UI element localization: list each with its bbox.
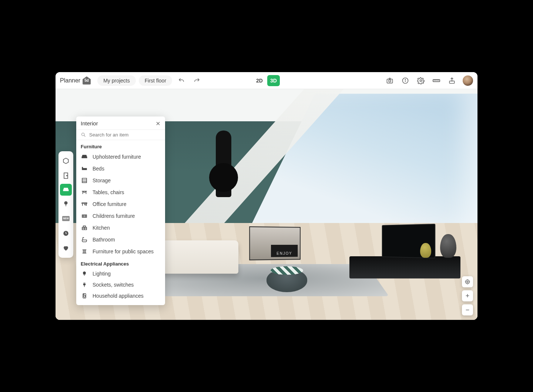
redo-button[interactable] (191, 74, 203, 87)
catalog-item-label: Tables, chairs (93, 189, 124, 195)
undo-button[interactable] (175, 74, 188, 87)
my-projects-button[interactable]: My projects (97, 75, 136, 86)
ruler-button[interactable] (430, 74, 443, 87)
catalog-item-sockets[interactable]: Sockets, switches (76, 279, 165, 290)
crosshair-icon (465, 279, 470, 285)
canvas-3d[interactable]: NEW Interior Furniture (56, 89, 477, 320)
brand-logo-icon: 5d (83, 77, 91, 85)
svg-rect-41 (83, 226, 86, 227)
desk-icon (81, 201, 88, 207)
table-icon (81, 189, 88, 196)
catalog-item-storage[interactable]: Storage (76, 175, 165, 186)
camera-icon (386, 77, 393, 84)
share-button[interactable] (446, 74, 458, 87)
catalog-item-upholstered[interactable]: Upholstered furniture (76, 151, 165, 163)
svg-point-5 (420, 80, 422, 81)
share-icon (448, 77, 456, 84)
svg-rect-15 (66, 205, 66, 206)
catalog-panel: Interior Furniture Upholstered furniture… (76, 116, 165, 305)
svg-point-4 (405, 79, 405, 80)
panel-search (76, 130, 165, 140)
tool-new[interactable]: NEW (58, 211, 73, 226)
tool-recent[interactable] (58, 226, 73, 241)
svg-point-21 (82, 133, 85, 136)
catalog-item-childrens[interactable]: Childrens furniture (76, 210, 165, 222)
catalog-item-label: Upholstered furniture (93, 154, 141, 160)
catalog-item-lighting[interactable]: Lighting (76, 268, 165, 279)
plus-icon: + (466, 292, 470, 300)
sofa-icon (81, 153, 88, 160)
floor-selector[interactable]: First floor (139, 75, 172, 86)
sofa-icon (63, 186, 69, 193)
tool-interior[interactable] (60, 184, 72, 196)
tool-rooms[interactable] (58, 153, 73, 168)
svg-point-51 (466, 280, 470, 284)
svg-point-50 (467, 281, 468, 283)
avatar[interactable] (463, 75, 473, 86)
bed-icon (81, 165, 88, 172)
tool-construction[interactable] (58, 168, 73, 183)
heart-icon (63, 245, 69, 251)
catalog-item-kitchen[interactable]: Kitchen (76, 222, 165, 234)
svg-rect-32 (85, 204, 87, 205)
svg-text:NEW: NEW (63, 217, 69, 220)
catalog-item-label: Storage (93, 178, 111, 183)
topbar: Planner 5d My projects First floor 2D 3D (56, 72, 477, 89)
catalog-item-appliances[interactable]: Household appliances (76, 290, 165, 301)
catalog-item-beds[interactable]: Beds (76, 163, 165, 175)
bulb-icon (81, 271, 88, 277)
tool-favorites[interactable] (58, 241, 73, 256)
svg-rect-23 (82, 178, 87, 183)
tool-exterior[interactable] (58, 196, 73, 211)
crib-icon (81, 213, 88, 219)
catalog-item-label: Lighting (93, 271, 111, 277)
gear-icon (417, 77, 425, 84)
ruler-icon (432, 77, 440, 85)
minus-icon: − (466, 306, 470, 314)
view-toggle: 2D 3D (253, 75, 280, 86)
door-icon (62, 172, 70, 179)
catalog-item-tables[interactable]: Tables, chairs (76, 186, 165, 198)
zoom-in-button[interactable]: + (462, 290, 473, 301)
clock-icon (63, 230, 69, 237)
search-icon (81, 132, 86, 138)
recenter-button[interactable] (462, 276, 473, 287)
redo-icon (194, 77, 200, 84)
brand-name: Planner (60, 77, 80, 84)
shelf-icon (81, 177, 88, 184)
catalog-item-label: Household appliances (93, 293, 144, 299)
zoom-out-button[interactable]: − (462, 304, 473, 315)
section-title: Electrical Appliances (76, 257, 165, 268)
undo-icon (178, 77, 185, 84)
tool-rail: NEW (58, 151, 73, 258)
catalog-item-office[interactable]: Office furniture (76, 198, 165, 210)
panel-close-button[interactable] (155, 121, 161, 126)
catalog-item-label: Office furniture (93, 201, 127, 207)
catalog-item-bathroom[interactable]: Bathroom (76, 234, 165, 246)
svg-point-14 (64, 201, 68, 205)
snapshot-button[interactable] (383, 74, 396, 87)
search-input[interactable] (89, 132, 161, 138)
plug-icon (81, 282, 88, 288)
new-badge-icon: NEW (62, 216, 70, 221)
close-icon (155, 121, 161, 126)
info-button[interactable] (399, 74, 412, 87)
settings-button[interactable] (415, 74, 427, 87)
view-3d-button[interactable]: 3D (267, 75, 280, 86)
catalog-item-label: Sockets, switches (93, 282, 134, 288)
view-2d-button[interactable]: 2D (253, 75, 266, 86)
catalog-item-public[interactable]: Furniture for public spaces (76, 246, 165, 257)
svg-point-49 (83, 294, 84, 294)
brand[interactable]: Planner 5d (60, 77, 94, 85)
svg-point-1 (389, 80, 391, 82)
appliance-icon (81, 293, 88, 299)
catalog-item-label: Beds (93, 166, 104, 172)
catalog-item-label: Kitchen (93, 225, 110, 231)
tree-icon (63, 200, 69, 207)
svg-point-13 (67, 175, 67, 176)
svg-point-48 (83, 295, 85, 297)
viewport-controls: + − (462, 276, 473, 315)
bath-icon (81, 236, 88, 243)
kitchen-icon (81, 224, 88, 231)
column-icon (81, 248, 88, 255)
